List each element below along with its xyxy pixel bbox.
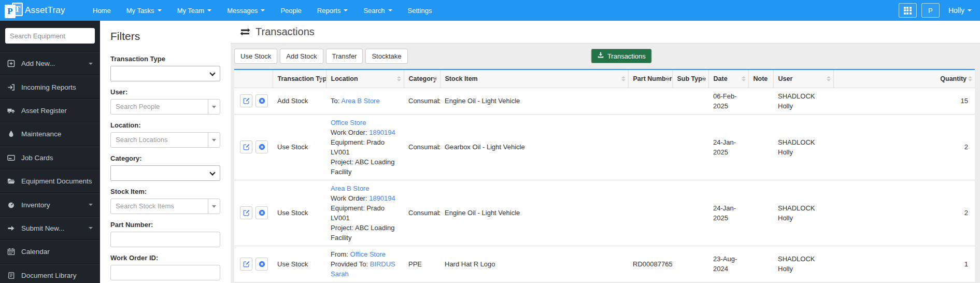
sort-icon <box>702 76 706 81</box>
dropdown-toggle[interactable] <box>208 199 220 214</box>
sort-icon <box>397 76 401 81</box>
sidebar-item-incoming-reports[interactable]: Incoming Reports <box>0 75 100 98</box>
cell-note <box>748 246 773 282</box>
edit-button[interactable] <box>240 94 252 107</box>
nav-item-settings[interactable]: Settings <box>400 0 440 21</box>
sidebar-item-maintenance[interactable]: Maintenance <box>0 122 100 146</box>
sort-icon <box>621 76 626 81</box>
page-title: Transactions <box>255 26 315 38</box>
user-label: User: <box>110 88 220 96</box>
add-stock-button[interactable]: Add Stock <box>280 49 323 64</box>
location-link[interactable]: Area B Store <box>331 185 369 192</box>
nav-item-reports[interactable]: Reports <box>309 0 356 21</box>
nav-item-my-tasks[interactable]: My Tasks <box>119 0 169 21</box>
col-user[interactable]: User <box>773 70 833 88</box>
search-equipment-input[interactable] <box>5 28 95 44</box>
cell-category: Consumable <box>404 114 440 180</box>
edit-button[interactable] <box>240 206 252 219</box>
category-select[interactable] <box>110 165 220 181</box>
user-name: Holly <box>948 6 964 15</box>
cell-transaction-type: Use Stock <box>273 180 326 246</box>
col-category[interactable]: Category <box>404 70 440 88</box>
cell-stock-item: Engine Oil - Light Vehicle <box>440 88 628 114</box>
sidebar-item-document-library[interactable]: Document Library <box>0 264 100 283</box>
cell-date: 06-Feb-2025 <box>708 88 748 114</box>
cancel-button[interactable] <box>255 206 268 219</box>
location-link[interactable]: Area B Store <box>341 97 379 105</box>
col-actions <box>234 70 273 88</box>
sort-icon <box>827 76 831 81</box>
chevron-down-icon <box>209 70 215 76</box>
sidebar-item-equipment-documents[interactable]: Equipment Documents <box>0 169 100 193</box>
cell-part-number <box>628 114 672 180</box>
cell-sub-type <box>672 114 708 180</box>
stocktake-button[interactable]: Stocktake <box>365 49 407 64</box>
col-transaction-type[interactable]: Transaction Type <box>273 70 326 88</box>
arrow-right-icon <box>7 224 21 232</box>
sidebar-item-asset-register[interactable]: Asset Register <box>0 99 100 122</box>
nav-item-search[interactable]: Search <box>356 0 400 21</box>
col-part-number[interactable]: Part Number <box>628 70 672 88</box>
col-sub-type[interactable]: Sub Type <box>672 70 708 88</box>
sidebar-item-calendar[interactable]: Calendar <box>0 240 100 263</box>
cell-quantity: 1 <box>833 246 975 282</box>
stock-item-search-placeholder: Search Stock Items <box>111 199 208 214</box>
col-date[interactable]: Date <box>708 70 748 88</box>
chevron-down-icon <box>968 9 972 11</box>
cancel-button[interactable] <box>255 258 268 271</box>
user-menu[interactable]: Holly <box>948 6 972 15</box>
work-order-link[interactable]: 1890194 <box>369 194 395 202</box>
sidebar-item-job-cards[interactable]: Job Cards <box>0 146 100 169</box>
truck-icon <box>7 107 21 115</box>
cancel-button[interactable] <box>255 140 268 153</box>
sidebar-item-submit-new[interactable]: Submit New... <box>0 217 100 240</box>
nav-item-people[interactable]: People <box>273 0 309 21</box>
part-number-input[interactable] <box>110 232 220 247</box>
dropdown-toggle[interactable] <box>208 100 220 114</box>
cell-quantity: 2 <box>833 114 975 180</box>
cell-date: 24-Jan-2025 <box>708 180 748 246</box>
stock-item-search-select[interactable]: Search Stock Items <box>110 199 220 214</box>
cancel-button[interactable] <box>255 94 268 107</box>
logo-letter-p: P <box>5 5 16 18</box>
brand-name: AssetTray <box>25 5 65 16</box>
location-search-select[interactable]: Search Locations <box>110 132 220 148</box>
calendar-icon <box>7 248 21 256</box>
transaction-type-select[interactable] <box>110 66 220 81</box>
apps-grid-button[interactable] <box>899 3 917 18</box>
profile-initial-button[interactable]: P <box>921 3 940 18</box>
transfer-button[interactable]: Transfer <box>326 49 363 64</box>
work-order-link[interactable]: 1890194 <box>369 129 395 136</box>
col-location[interactable]: Location <box>326 70 404 88</box>
nav-item-my-team[interactable]: My Team <box>169 0 220 21</box>
location-link[interactable]: Office Store <box>350 250 386 258</box>
sidebar-item-add-new[interactable]: Add New... <box>0 52 100 75</box>
edit-button[interactable] <box>240 140 252 153</box>
brand[interactable]: T P AssetTray <box>0 2 74 19</box>
nav-menu: Home My Tasks My Team Messages People Re… <box>85 0 440 21</box>
gauge-icon <box>7 201 21 209</box>
cell-sub-type <box>672 180 708 246</box>
sidebar-item-inventory[interactable]: Inventory <box>0 193 100 216</box>
work-order-input[interactable] <box>110 265 220 280</box>
chevron-down-icon <box>207 9 211 11</box>
dropdown-toggle[interactable] <box>208 133 220 147</box>
nav-item-home[interactable]: Home <box>85 0 119 21</box>
cell-note <box>748 180 773 246</box>
cell-location: Office Store Work Order: 1890194 Equipme… <box>326 114 404 180</box>
cell-location: To: Area B Store <box>326 88 404 114</box>
category-label: Category: <box>110 154 220 162</box>
location-label: Location: <box>110 121 220 129</box>
edit-button[interactable] <box>240 258 252 271</box>
col-note[interactable]: Note <box>748 70 773 88</box>
transactions-table: Transaction Type Location Category Stock… <box>234 70 975 283</box>
cell-note <box>748 114 773 180</box>
user-search-select[interactable]: Search People <box>110 99 220 115</box>
col-stock-item[interactable]: Stock Item <box>440 70 628 88</box>
nav-item-messages[interactable]: Messages <box>219 0 273 21</box>
export-transactions-button[interactable]: Transactions <box>591 49 652 63</box>
col-quantity[interactable]: Quantity <box>833 70 975 88</box>
use-stock-button[interactable]: Use Stock <box>234 49 277 64</box>
transactions-table-panel: Transaction Type Location Category Stock… <box>234 69 975 283</box>
location-link[interactable]: Office Store <box>331 119 366 126</box>
